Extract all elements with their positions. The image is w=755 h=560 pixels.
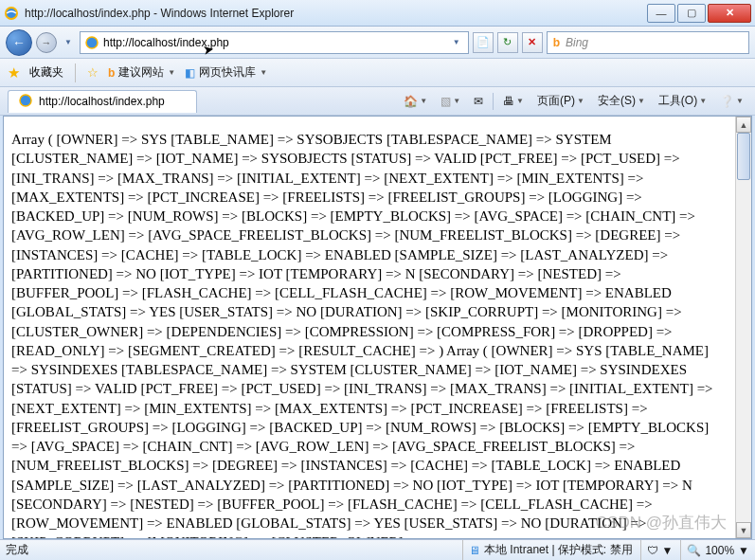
printer-icon: 🖶 [503,95,514,108]
vertical-scrollbar[interactable]: ▲ ▼ [735,117,751,538]
web-slice-link[interactable]: ◧ 网页快讯库 ▼ [185,64,267,81]
chevron-down-icon: ▼ [662,544,674,557]
compat-view-button[interactable]: 📄 [473,32,494,53]
bing-icon: b [553,36,560,49]
ie-page-icon [84,35,99,50]
window-titlebar: http://localhost/index.php - Windows Int… [0,0,755,27]
intranet-icon: 🖥 [469,544,480,557]
home-button[interactable]: 🏠▼ [400,93,431,110]
zone-label: 本地 Intranet | 保护模式: 禁用 [484,542,632,558]
navigation-bar: ← → ▼ ▼ 📄 ↻ ✕ b Bing [0,27,755,59]
maximize-button[interactable]: ▢ [677,4,706,23]
favorites-bar: ★ 收藏夹 ☆ b 建议网站 ▼ ◧ 网页快讯库 ▼ [0,59,755,87]
tools-menu[interactable]: 工具(O)▼ [655,91,710,111]
rss-icon: ▧ [440,95,451,108]
mail-icon: ✉ [474,95,483,108]
chevron-down-icon: ▼ [738,544,749,557]
refresh-button[interactable]: ↻ [497,32,518,53]
read-mail-button[interactable]: ✉ [470,93,487,110]
add-favorite-button[interactable]: ☆ [87,65,99,80]
tab-bar: http://localhost/index.php 🏠▼ ▧▼ ✉ 🖶▼ 页面… [0,87,755,116]
ie-icon [4,6,19,21]
address-input[interactable] [103,33,445,52]
address-bar[interactable]: ▼ [80,31,469,54]
favorites-label[interactable]: 收藏夹 [29,64,63,81]
suggested-sites-link[interactable]: b 建议网站 ▼ [108,64,175,81]
svg-point-2 [20,95,31,106]
safety-menu-label: 安全(S) [598,93,636,109]
favorites-star-icon[interactable]: ★ [8,64,20,81]
page-menu[interactable]: 页面(P)▼ [533,91,588,111]
separator [75,63,76,82]
web-slice-label: 网页快讯库 [199,64,256,81]
protected-mode-toggle[interactable]: 🛡 ▼ [640,540,674,560]
separator [493,93,494,110]
minimize-button[interactable]: — [647,4,675,23]
page-menu-label: 页面(P) [537,93,575,109]
help-icon: ❔ [720,95,734,108]
forward-button[interactable]: → [36,32,57,53]
ie-tab-icon [18,93,33,111]
status-bar: 完成 🖥 本地 Intranet | 保护模式: 禁用 🛡 ▼ 🔍 100% ▼ [0,539,755,560]
zoom-icon: 🔍 [687,544,701,557]
zone-indicator[interactable]: 🖥 本地 Intranet | 保护模式: 禁用 [462,540,632,560]
stop-button[interactable]: ✕ [522,32,543,53]
feeds-button[interactable]: ▧▼ [437,93,464,110]
scroll-thumb[interactable] [737,133,750,180]
window-title: http://localhost/index.php - Windows Int… [25,7,645,20]
scroll-up-button[interactable]: ▲ [736,117,751,133]
svg-point-1 [86,37,98,48]
history-dropdown-icon[interactable]: ▼ [61,35,76,50]
zoom-level: 100% [705,544,734,557]
search-box[interactable]: b Bing [547,31,749,54]
suggested-sites-label: 建议网站 [118,64,164,81]
scroll-down-button[interactable]: ▼ [736,522,751,538]
home-icon: 🏠 [404,95,418,108]
page-body: Array ( [OWNER] => SYS [TABLE_NAME] => S… [4,117,735,538]
webslice-icon: ◧ [185,66,195,80]
back-button[interactable]: ← [6,29,32,56]
tab-title: http://localhost/index.php [39,95,165,108]
content-area: Array ( [OWNER] => SYS [TABLE_NAME] => S… [3,116,752,539]
help-button[interactable]: ❔▼ [716,93,747,110]
search-engine-name: Bing [566,36,588,49]
bing-small-icon: b [108,66,115,80]
status-done-label: 完成 [6,542,28,558]
tools-menu-label: 工具(O) [658,93,697,109]
star-small-icon: ☆ [87,65,99,80]
close-button[interactable]: ✕ [708,4,751,23]
browser-tab[interactable]: http://localhost/index.php [8,90,197,113]
print-button[interactable]: 🖶▼ [499,93,528,110]
command-bar: 🏠▼ ▧▼ ✉ 🖶▼ 页面(P)▼ 安全(S)▼ 工具(O)▼ ❔▼ [400,91,747,111]
shield-icon: 🛡 [647,544,658,557]
chevron-down-icon: ▼ [168,68,175,77]
safety-menu[interactable]: 安全(S)▼ [594,91,649,111]
address-dropdown-icon[interactable]: ▼ [449,35,464,50]
chevron-down-icon: ▼ [260,68,267,77]
scroll-track[interactable] [736,133,751,522]
zoom-control[interactable]: 🔍 100% ▼ [680,540,749,560]
